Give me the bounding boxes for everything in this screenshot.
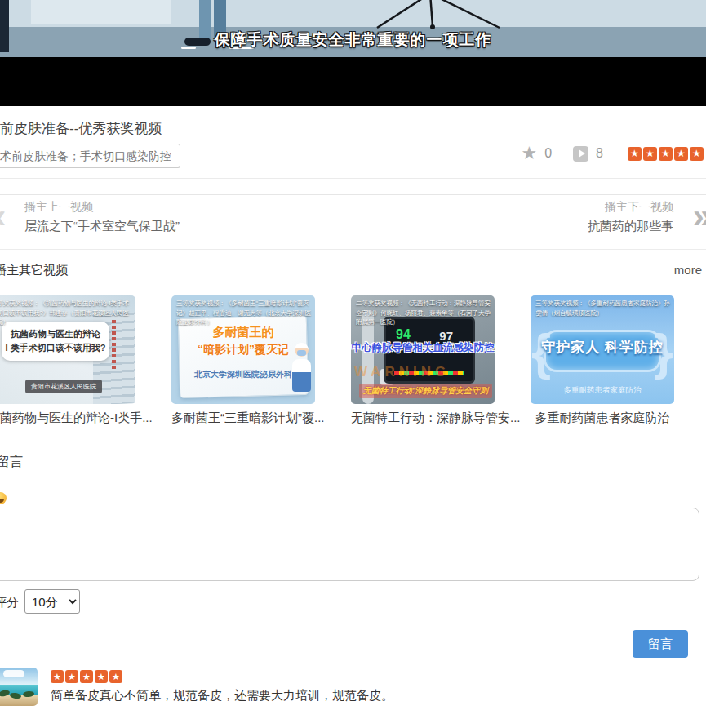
- rating-select[interactable]: 10分: [24, 589, 80, 614]
- rating-label: 评分: [0, 595, 19, 610]
- thumbnail-caption-1[interactable]: 菌药物与医生的辩论-I类手...: [0, 411, 153, 426]
- thumbnail-overlay-text: 三等奖获奖视频：《多重耐药菌患者家庭防治》孙雯倩（烟台毓璜顶医院）: [535, 299, 670, 317]
- other-videos-row: 等奖获奖视频：《抗菌药物与医生的辩论-I类手术切口该不该用我?》韩建存（贵阳市花…: [0, 295, 706, 404]
- video-title: 前皮肤准备--优秀获奖视频: [0, 119, 162, 138]
- next-video-link[interactable]: 播主下一视频 抗菌药的那些事: [588, 200, 673, 234]
- other-videos-heading: 播主其它视频: [0, 263, 68, 278]
- thumbnail-caption-3[interactable]: 无菌特工行动：深静脉导管安...: [351, 411, 521, 426]
- video-stats: ★ 0 8 ★ ★ ★ ★ ★: [521, 144, 704, 162]
- video-thumbnail-4[interactable]: { } 三等奖获奖视频：《多重耐药菌患者家庭防治》孙雯倩（烟台毓璜顶医院） 守护…: [531, 295, 674, 404]
- monitor-value: 94: [396, 327, 411, 342]
- prev-video-label: 播主上一视频: [24, 200, 180, 215]
- prev-chevron-icon[interactable]: «: [0, 196, 2, 237]
- favorites-count: 0: [544, 146, 552, 161]
- rating-star-icon: ★: [51, 670, 64, 683]
- doctor-character-art: [291, 343, 313, 400]
- rating-star-icon[interactable]: ★: [674, 147, 688, 161]
- video-frame: 保障手术质量安全非常重要的一项工作: [0, 0, 706, 57]
- video-rating-stars[interactable]: ★ ★ ★ ★ ★: [628, 147, 704, 161]
- video-player[interactable]: 保障手术质量安全非常重要的一项工作: [0, 0, 706, 106]
- prev-next-nav: « 播主上一视频 层流之下“手术室空气保卫战” 播主下一视频 抗菌药的那些事 »: [0, 194, 706, 237]
- thumbnail-title-line: 中心静脉导管相关血流感染防控: [351, 341, 495, 355]
- thumbnail-hospital-badge: 贵阳市花溪区人民医院: [25, 380, 102, 393]
- bubble-line: 抗菌药物与医生的辩论: [3, 327, 108, 341]
- thumbnail-caption-4[interactable]: 多重耐药菌患者家庭防治: [531, 411, 674, 426]
- thumbnail-overlay-text: 二等奖获奖视频：《无菌特工行动：深静脉导管安全守则》何晓红、杨丽君、裴素华等（石…: [356, 299, 491, 327]
- video-subtitle: 保障手术质量安全非常重要的一项工作: [0, 29, 706, 51]
- submit-comment-button[interactable]: 留言: [633, 630, 688, 658]
- emoji-picker-icon[interactable]: [0, 492, 7, 504]
- thumbnail-bottom-badge: 无菌特工行动:深静脉导管安全守则: [359, 384, 492, 398]
- thumbnail-overlay-text: 三等奖获奖视频：《多耐菌王“三重暗影计划”覆灭记》赵正平、程香迪、谢无为等（北京…: [176, 299, 311, 327]
- next-video-title[interactable]: 抗菌药的那些事: [588, 219, 673, 234]
- comment-rating-stars: ★ ★ ★ ★ ★: [51, 670, 122, 683]
- video-thumbnail-2[interactable]: 三等奖获奖视频：《多耐菌王“三重暗影计划”覆灭记》赵正平、程香迪、谢无为等（北京…: [171, 295, 315, 404]
- video-thumbnail-1[interactable]: 等奖获奖视频：《抗菌药物与医生的辩论-I类手术切口该不该用我?》韩建存（贵阳市花…: [0, 295, 135, 404]
- hospital-sign-art: [112, 320, 116, 369]
- next-chevron-icon[interactable]: »: [693, 196, 706, 237]
- rating-star-icon: ★: [95, 670, 108, 683]
- plays-count: 8: [596, 146, 603, 161]
- comment-text: 简单备皮真心不简单，规范备皮，还需要大力培训，规范备皮。: [51, 688, 393, 704]
- other-videos-section: 播主其它视频 more: [0, 249, 706, 291]
- rating-star-icon: ★: [80, 670, 93, 683]
- comment-textarea[interactable]: [0, 508, 699, 581]
- thumbnail-speech-bubble: 抗菌药物与医生的辩论 I 类手术切口该不该用我?: [2, 322, 109, 361]
- play-count-icon: [573, 146, 588, 162]
- more-link[interactable]: more: [674, 263, 702, 277]
- commenter-avatar: [0, 668, 38, 706]
- rating-star-icon[interactable]: ★: [690, 147, 704, 161]
- rating-star-icon: ★: [109, 670, 122, 683]
- divider: [0, 178, 706, 179]
- rating-star-icon[interactable]: ★: [643, 147, 657, 161]
- thumbnail-title-line: 守护家人 科学防控: [531, 338, 674, 357]
- rating-star-icon[interactable]: ★: [628, 147, 642, 161]
- comments-heading: 留言: [0, 454, 23, 471]
- prev-video-title[interactable]: 层流之下“手术室空气保卫战”: [24, 219, 180, 234]
- thumbnail-subtitle-line: 多重耐药患者家庭防治: [531, 385, 674, 396]
- thumbnail-caption-2[interactable]: 多耐菌王“三重暗影计划”覆...: [171, 411, 325, 426]
- favorite-star-icon[interactable]: ★: [521, 144, 537, 162]
- bubble-line: I 类手术切口该不该用我?: [3, 341, 108, 355]
- rating-star-icon: ★: [65, 670, 78, 683]
- thumbnail-overlay-text: 等奖获奖视频：《抗菌药物与医生的辩论-I类手术切口该不该用我?》韩建存（贵阳市花…: [0, 299, 131, 327]
- prev-video-link[interactable]: 播主上一视频 层流之下“手术室空气保卫战”: [24, 200, 180, 234]
- warning-watermark: WARNING: [354, 364, 450, 380]
- video-tags-box: 术前皮肤准备；手术切口感染防控: [0, 144, 180, 168]
- video-page: 保障手术质量安全非常重要的一项工作 前皮肤准备--优秀获奖视频 术前皮肤准备；手…: [0, 0, 706, 728]
- next-video-label: 播主下一视频: [588, 200, 673, 215]
- video-thumbnail-3[interactable]: 94 97 WARNING 二等奖获奖视频：《无菌特工行动：深静脉导管安全守则》…: [351, 295, 495, 404]
- rating-star-icon[interactable]: ★: [659, 147, 673, 161]
